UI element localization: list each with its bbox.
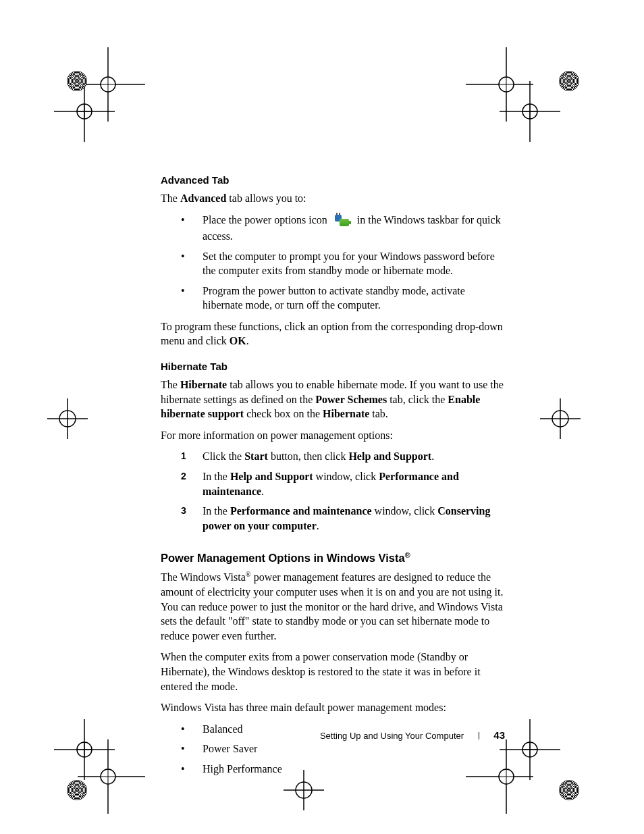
text: check box on the [244, 408, 323, 419]
text-bold: Start [244, 450, 268, 462]
text-bold: Help and Support [348, 450, 431, 462]
vista-paragraph-2: When the computer exits from a power con… [161, 650, 505, 694]
list-item: In the Performance and maintenance windo… [161, 504, 505, 533]
text: . [317, 520, 319, 531]
text: . [246, 335, 249, 346]
registration-mark-icon [41, 739, 115, 814]
text: window, click [313, 471, 379, 482]
text: The [161, 192, 180, 204]
hibernate-steps: Click the Start button, then click Help … [161, 449, 505, 533]
text: tab. [369, 408, 388, 419]
svg-point-23 [552, 411, 568, 427]
svg-point-2 [101, 77, 115, 92]
list-item: In the Help and Support window, click Pe… [161, 469, 505, 498]
halftone-ball-icon [67, 780, 87, 800]
heading-hibernate-tab: Hibernate Tab [161, 361, 505, 372]
text: Place the power options icon [203, 214, 330, 226]
list-item: High Performance [161, 762, 505, 777]
halftone-ball-icon [67, 71, 87, 91]
text: button, then click [268, 450, 349, 462]
text-bold: Power Schemes [315, 394, 387, 405]
text-bold: OK [230, 335, 246, 346]
svg-point-28 [101, 769, 115, 784]
registration-mark-icon [41, 392, 95, 446]
footer-section-title: Setting Up and Using Your Computer [320, 731, 464, 741]
list-item: Place the power options icon in the Wind… [161, 213, 505, 244]
text: The Windows Vista [161, 571, 246, 583]
text: window, click [372, 505, 438, 517]
advanced-outro: To program these functions, click an opt… [161, 319, 505, 348]
registration-mark-icon [533, 392, 587, 446]
page-number: 43 [493, 729, 505, 741]
heading-advanced-tab: Advanced Tab [161, 174, 505, 186]
list-item: Program the power button to activate sta… [161, 284, 505, 313]
text: Program the power button to activate sta… [203, 285, 465, 311]
hibernate-lead: For more information on power management… [161, 428, 505, 443]
list-item: Power Saver [161, 741, 505, 756]
page-body: Advanced Tab The Advanced tab allows you… [161, 174, 505, 783]
svg-point-31 [77, 742, 92, 757]
text: . [431, 450, 434, 462]
text: Click the [203, 450, 244, 462]
text-bold: Hibernate [180, 379, 227, 390]
registration-mark-icon [493, 47, 567, 122]
text: In the [203, 505, 230, 517]
text: Set the computer to prompt you for your … [203, 251, 495, 277]
text-bold: Advanced [180, 192, 226, 204]
advanced-bullet-list: Place the power options icon in the Wind… [161, 213, 505, 313]
power-options-tray-icon [333, 213, 352, 229]
text-bold: Performance and maintenance [230, 505, 372, 517]
heading-vista-power-management: Power Management Options in Windows Vist… [161, 552, 505, 565]
footer-separator-icon [479, 732, 479, 739]
registered-trademark-icon: ® [246, 571, 251, 578]
hibernate-paragraph: The Hibernate tab allows you to enable h… [161, 377, 505, 421]
svg-point-20 [59, 411, 76, 427]
vista-paragraph-3: Windows Vista has three main default pow… [161, 700, 505, 715]
text: tab, click the [387, 394, 448, 405]
text: tab allows you to: [226, 192, 306, 204]
text: . [261, 486, 264, 497]
list-item: Set the computer to prompt you for your … [161, 249, 505, 278]
svg-point-15 [522, 104, 537, 119]
registered-trademark-icon: ® [405, 551, 410, 559]
advanced-intro: The Advanced tab allows you to: [161, 191, 505, 206]
text: To program these functions, click an opt… [161, 321, 503, 347]
svg-point-46 [296, 782, 312, 798]
text: Power Management Options in Windows Vist… [161, 552, 405, 564]
text: Power Saver [203, 743, 257, 754]
svg-point-12 [499, 77, 514, 92]
svg-point-41 [522, 742, 537, 757]
page-footer: Setting Up and Using Your Computer 43 [320, 729, 505, 741]
list-item: Click the Start button, then click Help … [161, 449, 505, 464]
text-bold: Help and Support [230, 471, 313, 482]
halftone-ball-icon [559, 780, 579, 800]
text: High Performance [203, 763, 282, 775]
text: The [161, 379, 180, 390]
text-bold: Hibernate [323, 408, 369, 419]
vista-paragraph-1: The Windows Vista® power management feat… [161, 570, 505, 643]
text: In the [203, 471, 230, 482]
svg-point-5 [77, 104, 92, 119]
text: Balanced [203, 723, 243, 735]
halftone-ball-icon [559, 71, 579, 91]
